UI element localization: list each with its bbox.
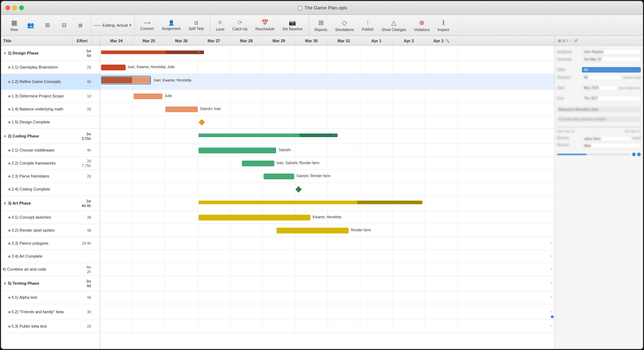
show-changes-button[interactable]: △ Show Changes (379, 17, 409, 33)
gantt-col (425, 46, 458, 61)
task-title-cell: 3.4) Art Complete (1, 254, 72, 259)
task-row[interactable]: 2.4) Coding Complete (1, 183, 100, 196)
disclosure-triangle[interactable]: ▾ (3, 134, 7, 139)
task-row[interactable]: 2.2) Compile frameworks 2d7.75h (1, 157, 100, 170)
gantt-col (263, 320, 295, 333)
task-bullet (8, 66, 10, 69)
setbaseline-icon: 📷 (289, 19, 296, 26)
task-row[interactable]: 3.4) Art Complete (1, 250, 100, 263)
gantt-col (393, 320, 425, 333)
task-title-cell: ▾ 1) Design Phase (1, 51, 72, 56)
gantt-col (425, 320, 458, 333)
gantt-row: ▾ (100, 46, 554, 61)
simulations-button[interactable]: ◇ Simulations (332, 17, 357, 33)
task-row[interactable]: ▾ 1) Design Phase 1w4d (1, 46, 100, 61)
editing-indicator-icon: — (94, 21, 101, 29)
inspect-row: Start Mon 3/24 more data here (557, 84, 641, 92)
task-row[interactable]: 3.3) Fleece polygons 2d 4h (1, 237, 100, 250)
task-title-cell: 1.2) Refine Game Concepts (1, 79, 72, 84)
connect-button[interactable]: ⟶ Connect (138, 18, 157, 32)
gantt-col (393, 170, 425, 183)
gantt-col (393, 129, 425, 144)
setbaseline-button[interactable]: 📷 Set Baseline (279, 18, 305, 32)
assignment-button[interactable]: 👤 Assignment (159, 18, 183, 32)
disclosure-triangle[interactable]: ▾ (3, 201, 7, 206)
gantt-col (198, 157, 230, 170)
gantt-col (295, 74, 328, 89)
table-view-button[interactable]: ⊞ (40, 20, 55, 30)
disclosure-triangle[interactable]: ▾ (3, 281, 7, 286)
bl5: data (582, 143, 641, 148)
task-effort-cell: 1d (72, 94, 92, 99)
task-row[interactable]: 1.5) Design Complete (1, 116, 100, 129)
close-button[interactable] (5, 5, 10, 10)
task-effort-cell: 4h (72, 148, 92, 153)
inspect-button[interactable]: ℹ Inspect (435, 17, 452, 33)
gantt-row: Kwame; Henrietta (100, 211, 554, 224)
task-row[interactable]: 3.1) Concept sketches 3d (1, 211, 100, 224)
gantt-col (263, 263, 295, 276)
task-row[interactable]: 1.1) Gameplay Brainstorm 2d (1, 61, 100, 74)
gantt-col (295, 90, 328, 102)
maximize-button[interactable] (19, 5, 24, 10)
gantt-col (100, 157, 133, 170)
inspect-extra: blurred data (623, 76, 641, 79)
task-title-cell: 4) Combine art and code (1, 267, 72, 272)
gantt-col (100, 250, 133, 263)
date-col-apr2: Apr 2 (393, 36, 425, 45)
task-title-cell: 1.3) Determine Project Scope (1, 94, 72, 99)
task-row[interactable]: 5.2) "Friends and family" beta 3d (1, 304, 100, 320)
task-row[interactable]: 5.3) Public beta test 2d (1, 320, 100, 333)
editing-dropdown-icon[interactable]: ▾ (129, 23, 131, 28)
slider-handle2[interactable] (637, 153, 641, 156)
publish-button[interactable]: ↑ Publish (359, 17, 377, 33)
task-row[interactable]: 1.2) Refine Game Concepts 4d (1, 74, 100, 90)
view-button[interactable]: ▦ View (7, 17, 21, 33)
gantt-col (425, 90, 458, 102)
split-label: Split Task (188, 27, 204, 31)
task-bullet (8, 175, 10, 178)
gantt-col (328, 144, 360, 157)
people-button[interactable]: 👥 (23, 20, 38, 30)
task-effort-cell: 2d7.75h (72, 159, 92, 168)
reschedule-button[interactable]: 📅 Reschedule (253, 18, 278, 32)
level-button[interactable]: ≡ Level (213, 17, 227, 33)
chevron-off-screen: » (550, 254, 552, 258)
gantt-col (425, 144, 458, 157)
task-row[interactable]: ▾ 5) Testing Phase 1w4d (1, 276, 100, 291)
task-row[interactable]: 5.1) Alpha test 4d (1, 291, 100, 304)
gantt-col (198, 116, 230, 128)
gantt-col (100, 263, 133, 276)
task-row[interactable]: 4) Combine art and code 4w2h (1, 263, 100, 276)
inspect-timeline-labels: Mon Mar 24 ··· Thu Mar 27 (557, 130, 641, 133)
grid-view-button[interactable]: ⊟ (57, 20, 71, 30)
catchup-button[interactable]: ⟳ Catch Up (230, 18, 251, 32)
task-row[interactable]: 1.4) Balance underlying math 2d (1, 103, 100, 116)
gantt-col (360, 144, 393, 157)
task-row[interactable]: ▾ 2) Coding Phase 1w3.75h (1, 129, 100, 144)
layout-button[interactable]: ⊠ (73, 21, 88, 30)
main-content: Title Effort ▾ 1) Design Phase 1w4d (1, 36, 643, 349)
gantt-col (133, 46, 165, 61)
task-row[interactable]: 1.3) Determine Project Scope 1d (1, 90, 100, 103)
table-icon: ⊞ (45, 22, 50, 29)
inspect-row: Henrietta Sat Mar 24 (557, 56, 641, 63)
inspect-highlight-value[interactable]: 4d (582, 67, 641, 73)
gantt-col (198, 250, 230, 263)
scroll-right-icon[interactable]: 🔍 (445, 39, 449, 43)
task-row[interactable]: ▾ 3) Art Phase 1w4d 4h (1, 196, 100, 211)
task-row[interactable]: 3.2) Render pixel sprites 4d (1, 224, 100, 237)
gantt-col (295, 61, 328, 74)
reports-button[interactable]: ⊞ Reports (312, 17, 330, 33)
split-task-button[interactable]: ⊟ Split Task (186, 18, 207, 32)
task-row[interactable]: 2.1) Choose middleware 4h (1, 144, 100, 157)
violations-icon: ⊗ (419, 19, 425, 27)
disclosure-triangle[interactable]: ▾ (3, 51, 7, 56)
task-row[interactable]: 2.3) Parse framistans 2d (1, 170, 100, 183)
inspect-row-blurred: Resource allocation data (557, 106, 641, 113)
chevron-off-screen: » (550, 241, 552, 245)
slider-handle[interactable] (632, 153, 636, 156)
gantt-col (198, 237, 230, 250)
minimize-button[interactable] (12, 5, 17, 10)
violations-button[interactable]: ⊗ Violations (411, 17, 432, 33)
